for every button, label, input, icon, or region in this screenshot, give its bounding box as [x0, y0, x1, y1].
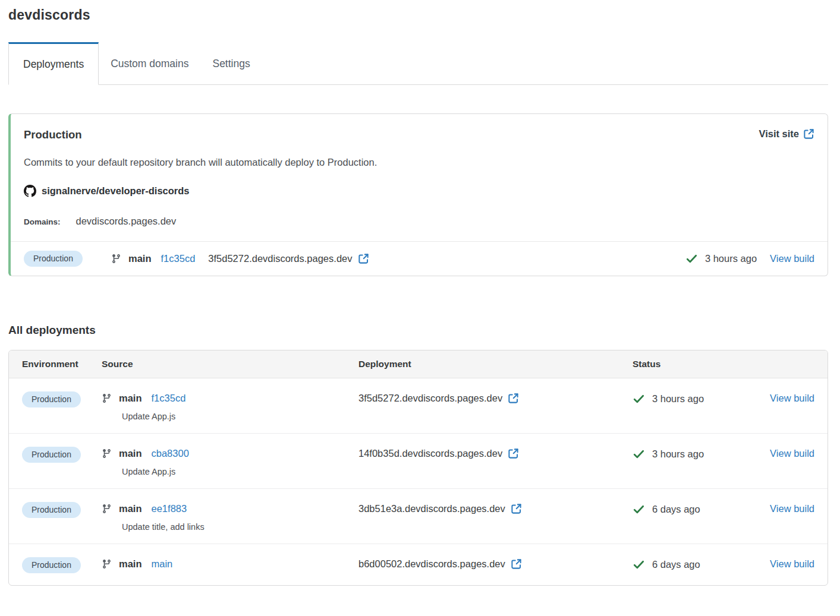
commit-message: Update App.js: [122, 467, 358, 476]
deployment-status: 6 days ago: [633, 558, 700, 571]
deployment-url: 14f0b35d.devdiscords.pages.dev: [358, 448, 502, 459]
git-branch-icon: [102, 504, 112, 514]
deployment-status: 3 hours ago: [633, 448, 704, 460]
domains-value: devdiscords.pages.dev: [76, 216, 177, 227]
success-check-icon: [633, 503, 645, 516]
branch-name: main: [119, 503, 142, 514]
deployment-status: 3 hours ago: [633, 393, 704, 405]
commit-link[interactable]: cba8300: [152, 448, 189, 459]
success-check-icon: [633, 558, 645, 571]
deployment-url: 3f5d5272.devdiscords.pages.dev: [358, 393, 502, 404]
status-time: 3 hours ago: [652, 448, 704, 460]
commit-link[interactable]: f1c35cd: [161, 253, 196, 264]
environment-badge: Production: [22, 502, 81, 518]
table-row: Production main ee1f883 Update title, ad…: [9, 489, 828, 544]
production-card: Production Visit site Commits to your de…: [8, 113, 828, 276]
column-header-source: Source: [102, 359, 358, 369]
environment-badge: Production: [22, 557, 81, 573]
git-branch-icon: [102, 559, 112, 569]
domains-row: Domains: devdiscords.pages.dev: [24, 216, 814, 227]
deployment-status: 3 hours ago: [685, 252, 757, 265]
status-time: 3 hours ago: [705, 253, 757, 264]
deployment-url-link[interactable]: b6d00502.devdiscords.pages.dev: [358, 558, 522, 570]
production-description: Commits to your default repository branc…: [24, 157, 814, 168]
column-header-status: Status: [633, 359, 763, 369]
table-row: Production main f1c35cd Update App.js 3f…: [9, 378, 828, 434]
deployment-url: b6d00502.devdiscords.pages.dev: [358, 558, 505, 570]
success-check-icon: [633, 393, 645, 405]
deployment-url-link[interactable]: 14f0b35d.devdiscords.pages.dev: [358, 448, 519, 459]
tab-deployments[interactable]: Deployments: [8, 42, 99, 85]
deployment-status: 6 days ago: [633, 503, 700, 516]
commit-link[interactable]: ee1f883: [152, 503, 187, 514]
deployment-url-link[interactable]: 3f5d5272.devdiscords.pages.dev: [208, 253, 369, 264]
repository-name: signalnerve/developer-discords: [42, 185, 190, 197]
external-link-icon: [511, 558, 522, 570]
all-deployments-heading: All deployments: [8, 324, 828, 337]
table-row: Production main cba8300 Update App.js 14…: [9, 434, 828, 489]
table-header-row: Environment Source Deployment Status: [9, 350, 828, 378]
pages-project-page: devdiscords Deployments Custom domains S…: [0, 0, 840, 616]
domains-label: Domains:: [24, 217, 61, 226]
environment-badge: Production: [24, 251, 83, 267]
commit-message: Update App.js: [122, 412, 358, 421]
external-link-icon: [508, 393, 519, 404]
visit-site-label: Visit site: [759, 128, 799, 140]
column-header-deployment: Deployment: [358, 359, 633, 369]
external-link-icon: [511, 503, 522, 514]
branch-name: main: [119, 558, 142, 570]
status-time: 3 hours ago: [652, 393, 704, 405]
visit-site-link[interactable]: Visit site: [759, 128, 814, 140]
tab-settings[interactable]: Settings: [200, 42, 262, 85]
column-header-environment: Environment: [22, 359, 102, 369]
view-build-link[interactable]: View build: [770, 393, 814, 403]
table-body: Production main f1c35cd Update App.js 3f…: [9, 378, 828, 585]
view-build-link[interactable]: View build: [770, 253, 814, 264]
branch-name: main: [119, 393, 142, 404]
status-time: 6 days ago: [652, 559, 700, 570]
tab-bar: Deployments Custom domains Settings: [8, 42, 828, 85]
github-icon: [24, 185, 36, 197]
deployment-url: 3f5d5272.devdiscords.pages.dev: [208, 253, 352, 264]
commit-link[interactable]: main: [152, 558, 173, 570]
view-build-link[interactable]: View build: [770, 558, 814, 569]
external-link-icon: [508, 448, 519, 459]
deployment-url: 3db51e3a.devdiscords.pages.dev: [358, 503, 505, 514]
production-card-title: Production: [24, 128, 82, 141]
view-build-link[interactable]: View build: [770, 503, 814, 514]
branch-name: main: [119, 448, 142, 459]
view-build-link[interactable]: View build: [770, 448, 814, 459]
success-check-icon: [685, 252, 698, 265]
page-title: devdiscords: [8, 7, 828, 23]
git-branch-icon: [102, 393, 112, 403]
environment-badge: Production: [22, 447, 81, 463]
table-row: Production main main b6d00502.devdiscord…: [9, 544, 828, 585]
external-link-icon: [803, 128, 814, 140]
repository-link[interactable]: signalnerve/developer-discords: [24, 185, 190, 197]
environment-badge: Production: [22, 391, 81, 407]
tab-custom-domains[interactable]: Custom domains: [99, 42, 200, 85]
deployment-url-link[interactable]: 3db51e3a.devdiscords.pages.dev: [358, 503, 522, 514]
commit-message: Update title, add links: [122, 522, 358, 532]
deployments-table: Environment Source Deployment Status Pro…: [8, 350, 828, 586]
success-check-icon: [633, 448, 645, 460]
production-deployment-row: Production main f1c35cd 3f5d5272.devdisc…: [11, 241, 828, 276]
git-branch-icon: [111, 254, 121, 264]
branch-name: main: [128, 253, 152, 264]
git-branch-icon: [102, 448, 112, 459]
external-link-icon: [358, 253, 369, 264]
commit-link[interactable]: f1c35cd: [152, 393, 186, 404]
deployment-url-link[interactable]: 3f5d5272.devdiscords.pages.dev: [358, 393, 519, 404]
status-time: 6 days ago: [652, 504, 700, 515]
